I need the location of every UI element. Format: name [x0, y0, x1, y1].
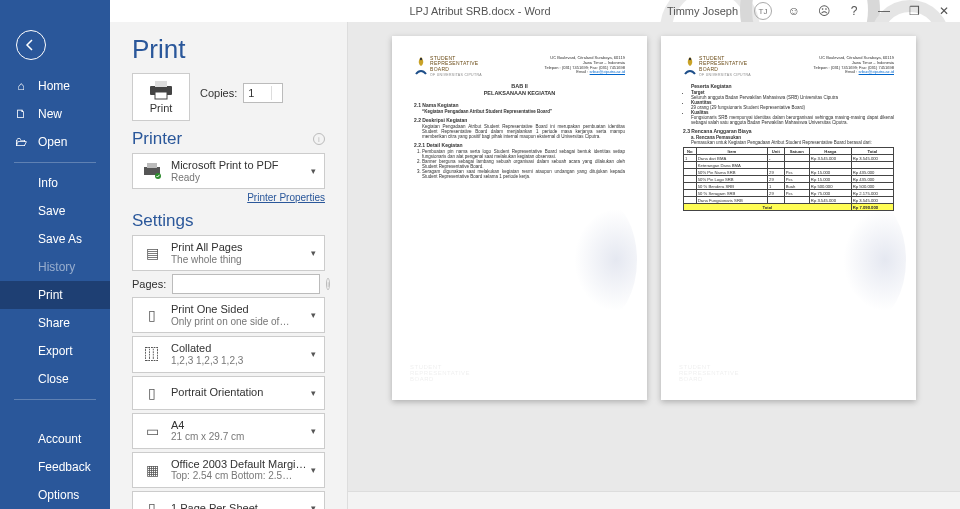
chevron-down-icon: ▾ [311, 388, 316, 398]
chevron-down-icon: ▾ [311, 166, 316, 176]
copies-label: Copies: [200, 87, 237, 99]
print-settings-panel: Print Print Copies: 1 Printer i Microsof… [110, 22, 348, 509]
svg-point-7 [689, 58, 691, 60]
collate-select[interactable]: ⿲ Collated1,2,3 1,2,3 1,2,3 ▾ [132, 336, 325, 372]
chevron-down-icon: ▾ [311, 248, 316, 258]
copies-stepper[interactable]: 1 [243, 83, 283, 103]
minimize-icon[interactable]: — [876, 3, 892, 19]
svg-rect-1 [155, 81, 167, 87]
sidebar-item-account[interactable]: Account [0, 425, 110, 453]
paper-icon: ▭ [141, 420, 163, 442]
sidebar-item-new[interactable]: 🗋New [0, 100, 110, 128]
face-happy-icon[interactable]: ☺ [786, 3, 802, 19]
sides-select[interactable]: ▯ Print One SidedOnly print on one side … [132, 297, 325, 333]
preview-page-1: STUDENTREPRESENTATIVEBOARDOF UNIVERSITAS… [392, 36, 647, 400]
pages-icon: ▤ [141, 242, 163, 264]
org-logo-icon [414, 56, 428, 76]
open-icon: 🗁 [14, 135, 28, 149]
chevron-down-icon: ▾ [311, 349, 316, 359]
collated-icon: ⿲ [141, 343, 163, 365]
chevron-down-icon: ▾ [311, 310, 316, 320]
print-preview: STUDENTREPRESENTATIVEBOARDOF UNIVERSITAS… [348, 22, 960, 509]
backstage-sidebar: ⌂Home 🗋New 🗁Open Info Save Save As Histo… [0, 0, 110, 509]
sidebar-item-feedback[interactable]: Feedback [0, 453, 110, 481]
printer-device-icon [141, 160, 163, 182]
printer-icon [147, 80, 175, 100]
paper-size-select[interactable]: ▭ A421 cm x 29.7 cm ▾ [132, 413, 325, 449]
svg-rect-4 [147, 163, 157, 168]
printer-heading: Printer [132, 129, 182, 149]
org-logo-icon [683, 56, 697, 76]
print-range-select[interactable]: ▤ Print All PagesThe whole thing ▾ [132, 235, 325, 271]
orientation-select[interactable]: ▯ Portrait Orientation ▾ [132, 376, 325, 410]
chevron-down-icon: ▾ [311, 465, 316, 475]
settings-heading: Settings [132, 211, 325, 231]
sidebar-item-export[interactable]: Export [0, 337, 110, 365]
one-page-icon: ▯ [141, 497, 163, 509]
back-button[interactable] [16, 30, 46, 60]
one-sided-icon: ▯ [141, 304, 163, 326]
printer-info-icon[interactable]: i [313, 133, 325, 145]
margins-icon: ▦ [141, 459, 163, 481]
user-avatar[interactable]: TJ [754, 2, 772, 20]
svg-rect-2 [155, 92, 167, 99]
printer-properties-link[interactable]: Printer Properties [132, 192, 325, 203]
print-button[interactable]: Print [132, 73, 190, 121]
margins-select[interactable]: ▦ Office 2003 Default Margi…Top: 2.54 cm… [132, 452, 325, 488]
printer-select[interactable]: Microsoft Print to PDF Ready ▾ [132, 153, 325, 189]
sidebar-item-info[interactable]: Info [0, 169, 110, 197]
preview-status-bar [348, 491, 960, 509]
pages-info-icon[interactable]: i [326, 278, 330, 290]
portrait-icon: ▯ [141, 382, 163, 404]
print-heading: Print [132, 34, 325, 65]
svg-point-6 [420, 58, 422, 60]
sidebar-item-home[interactable]: ⌂Home [0, 72, 110, 100]
preview-page-2: STUDENTREPRESENTATIVEBOARDOF UNIVERSITAS… [661, 36, 916, 400]
pages-per-sheet-select[interactable]: ▯ 1 Page Per Sheet ▾ [132, 491, 325, 509]
sidebar-item-share[interactable]: Share [0, 309, 110, 337]
sidebar-item-options[interactable]: Options [0, 481, 110, 509]
sidebar-item-save[interactable]: Save [0, 197, 110, 225]
title-bar: LPJ Atribut SRB.docx - Word Timmy Joseph… [0, 0, 960, 22]
new-icon: 🗋 [14, 107, 28, 121]
sidebar-item-history: History [0, 253, 110, 281]
sidebar-item-close[interactable]: Close [0, 365, 110, 393]
sidebar-item-open[interactable]: 🗁Open [0, 128, 110, 156]
restore-icon[interactable]: ❐ [906, 3, 922, 19]
close-window-icon[interactable]: ✕ [936, 3, 952, 19]
pages-label: Pages: [132, 278, 166, 290]
face-sad-icon[interactable]: ☹ [816, 3, 832, 19]
pages-input[interactable] [172, 274, 320, 294]
home-icon: ⌂ [14, 79, 28, 93]
help-icon[interactable]: ? [846, 3, 862, 19]
sidebar-item-saveas[interactable]: Save As [0, 225, 110, 253]
chevron-down-icon: ▾ [311, 426, 316, 436]
sidebar-item-print[interactable]: Print [0, 281, 110, 309]
chevron-down-icon: ▾ [311, 503, 316, 509]
user-name: Timmy Joseph [667, 5, 738, 17]
window-title: LPJ Atribut SRB.docx - Word [409, 5, 550, 17]
